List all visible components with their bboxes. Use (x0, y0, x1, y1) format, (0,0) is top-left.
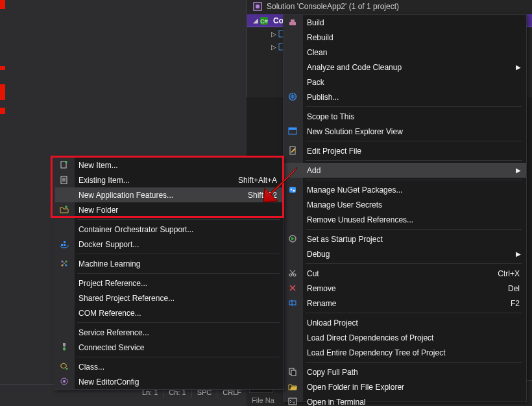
menu-publish[interactable]: Publish... (284, 90, 526, 104)
menu-cut[interactable]: Cut Ctrl+X (284, 266, 526, 281)
svg-rect-12 (289, 187, 296, 193)
menu-label: Project Reference... (79, 279, 277, 288)
menu-separator (306, 313, 522, 313)
svg-rect-22 (289, 398, 296, 405)
menu-label: New Item... (79, 161, 277, 170)
svg-rect-21 (291, 370, 296, 376)
menu-machine-learning[interactable]: Machine Learning (55, 256, 284, 271)
menu-new-view[interactable]: New Solution Explorer View (284, 124, 526, 139)
expand-icon[interactable] (271, 30, 277, 38)
cut-icon (287, 267, 298, 279)
menu-label: Publish... (307, 93, 520, 102)
menu-label: Scope to This (307, 112, 520, 121)
svg-rect-6 (289, 22, 296, 25)
menu-debug[interactable]: Debug▶ (284, 246, 526, 261)
menu-secrets[interactable]: Manage User Secrets (284, 197, 526, 212)
expand-icon[interactable] (252, 17, 259, 24)
menu-project-ref[interactable]: Project Reference... (55, 276, 284, 291)
menu-pack[interactable]: Pack (284, 75, 526, 90)
menu-docker-support[interactable]: Docker Support... (55, 237, 284, 252)
menu-label: New EditorConfig (79, 377, 277, 387)
menu-separator (77, 322, 280, 323)
menu-label: Open Folder in File Explorer (307, 383, 520, 392)
delete-icon (287, 282, 298, 294)
menu-shortcut: Shift+Alt+A (238, 176, 277, 185)
nuget-icon (287, 184, 298, 195)
svg-point-13 (291, 189, 292, 190)
menu-edit-project[interactable]: Edit Project File (284, 143, 526, 158)
menu-label: Load Direct Dependencies of Project (307, 333, 520, 342)
menu-shared-ref[interactable]: Shared Project Reference... (55, 291, 284, 305)
menu-label: New Folder (79, 206, 277, 215)
menu-editorconfig[interactable]: New EditorConfig (55, 374, 284, 389)
folder-open-icon (287, 381, 298, 392)
menu-load-direct[interactable]: Load Direct Dependencies of Project (284, 330, 526, 345)
menu-rebuild[interactable]: Rebuild (284, 30, 526, 45)
svg-rect-7 (291, 19, 295, 22)
menu-label: Service Reference... (79, 328, 277, 337)
menu-load-tree[interactable]: Load Entire Dependency Tree of Project (284, 345, 526, 360)
solution-node[interactable]: Solution 'ConsoleApp2' (1 of 1 project) (247, 0, 532, 13)
menu-analyze[interactable]: Analyze and Code Cleanup▶ (284, 60, 526, 75)
menu-terminal[interactable]: Open in Terminal (284, 394, 526, 406)
build-icon (287, 16, 298, 28)
menu-build[interactable]: Build (284, 15, 526, 30)
docker-icon (58, 238, 70, 250)
menu-container-support[interactable]: Container Orchestrator Support... (55, 222, 284, 237)
menu-label: Pack (307, 78, 520, 87)
menu-nuget[interactable]: Manage NuGet Packages... (284, 182, 526, 197)
menu-separator (77, 273, 280, 274)
menu-label: Build (307, 18, 520, 27)
menu-class[interactable]: Class... (55, 359, 284, 374)
menu-label: New Solution Explorer View (307, 127, 520, 136)
menu-service-ref[interactable]: Service Reference... (55, 325, 284, 340)
menu-label: Container Orchestrator Support... (79, 225, 277, 234)
menu-open-folder[interactable]: Open Folder in File Explorer (284, 379, 526, 394)
expand-icon[interactable] (271, 43, 277, 51)
menu-new-folder[interactable]: New Folder (55, 202, 284, 217)
menu-separator (77, 219, 280, 220)
menu-separator (306, 263, 522, 264)
menu-separator (306, 141, 522, 141)
menu-connected-service[interactable]: Connected Service (55, 340, 284, 355)
csharp-project-icon: C# (259, 16, 269, 26)
svg-rect-32 (63, 343, 66, 346)
menu-com-ref[interactable]: COM Reference... (55, 305, 284, 320)
menu-separator (306, 362, 522, 363)
menu-label: Add (307, 166, 520, 175)
menu-startup[interactable]: Set as Startup Project (284, 232, 526, 246)
menu-add[interactable]: Add ▶ (284, 163, 526, 178)
menu-separator (306, 160, 522, 161)
menu-label: Edit Project File (307, 147, 520, 156)
menu-clean[interactable]: Clean (284, 45, 526, 60)
submenu-arrow-icon: ▶ (516, 167, 521, 174)
menu-separator (306, 229, 522, 230)
edit-file-icon (287, 145, 298, 156)
rename-icon (287, 297, 298, 309)
add-submenu[interactable]: New Item... Existing Item... Shift+Alt+A… (54, 157, 284, 390)
menu-label: Remove Unused References... (307, 215, 520, 224)
menu-unload[interactable]: Unload Project (284, 315, 526, 330)
menu-scope[interactable]: Scope to This (284, 109, 526, 124)
existing-item-icon (58, 174, 70, 185)
new-folder-icon (58, 204, 70, 215)
globe-icon (287, 91, 298, 102)
menu-copy-path[interactable]: Copy Full Path (284, 364, 526, 379)
menu-label: Docker Support... (79, 240, 277, 249)
menu-label: Machine Learning (79, 259, 277, 269)
menu-existing-item[interactable]: Existing Item... Shift+Alt+A (55, 173, 284, 187)
solution-icon (252, 1, 263, 12)
menu-new-application-features[interactable]: New Application Features... Shift+F2 (55, 187, 284, 202)
menu-label: Set as Startup Project (307, 235, 520, 244)
project-context-menu[interactable]: Build Rebuild Clean Analyze and Code Cle… (283, 14, 527, 402)
menu-label: Class... (79, 363, 277, 372)
menu-unused-refs[interactable]: Remove Unused References... (284, 212, 526, 227)
solution-label: Solution 'ConsoleApp2' (1 of 1 project) (267, 2, 399, 11)
menu-label: Manage User Secrets (307, 200, 520, 209)
menu-rename[interactable]: Rename F2 (284, 296, 526, 311)
menu-new-item[interactable]: New Item... (55, 158, 284, 173)
menu-label: COM Reference... (79, 309, 277, 318)
menu-remove[interactable]: Remove Del (284, 281, 526, 296)
menu-separator (77, 254, 280, 254)
connected-service-icon (58, 341, 70, 353)
